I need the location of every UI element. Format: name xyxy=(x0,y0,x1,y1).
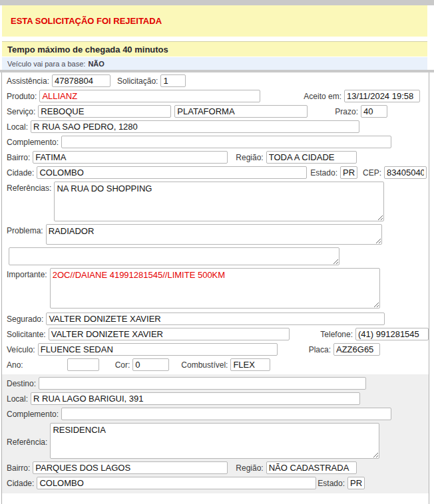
row-local-origem: Local: xyxy=(2,120,429,133)
placa-group: Placa: xyxy=(309,343,380,356)
servico-tipo-input[interactable] xyxy=(174,105,308,118)
cep-input[interactable] xyxy=(384,166,427,179)
complemento-destino-label: Complemento: xyxy=(7,410,59,419)
complemento-origem-input[interactable] xyxy=(61,136,391,148)
cor-label: Cor: xyxy=(115,360,130,370)
prazo-input[interactable] xyxy=(361,105,387,118)
segurado-input[interactable] xyxy=(46,313,385,325)
produto-input[interactable] xyxy=(39,90,260,102)
row-destino: Destino: xyxy=(2,377,429,390)
segurado-label: Segurado: xyxy=(7,315,43,324)
referencias-label: Referências: xyxy=(7,182,51,193)
estado-origem-label: Estado: xyxy=(310,168,337,178)
base-value: NÃO xyxy=(88,60,104,68)
bairro-origem-label: Bairro: xyxy=(7,153,30,162)
servico-label: Serviço: xyxy=(7,107,35,116)
cidade-destino-label: Cidade: xyxy=(7,479,34,488)
destino-label: Destino: xyxy=(7,379,36,388)
destination-section: Destino: Local: Complemento: Referência:… xyxy=(2,374,429,493)
cidade-destino-input[interactable] xyxy=(37,477,316,489)
row-produto: Produto: Aceito em: xyxy=(2,90,429,102)
rejected-banner: ESTA SOLICITAÇÃO FOI REJEITADA xyxy=(2,5,427,37)
prazo-group: Prazo: xyxy=(335,105,387,118)
ano-label: Ano: xyxy=(7,360,23,370)
destino-input[interactable] xyxy=(39,377,366,390)
aceito-em-input[interactable] xyxy=(344,90,420,102)
regiao-origem-label: Região: xyxy=(236,153,263,162)
referencias-textarea[interactable] xyxy=(54,182,384,221)
row-complemento-destino: Complemento: xyxy=(2,408,429,420)
row-complemento-origem: Complemento: xyxy=(2,136,429,148)
cidade-origem-input[interactable] xyxy=(37,166,307,179)
regiao-destino-input[interactable] xyxy=(266,461,357,474)
complemento-destino-input[interactable] xyxy=(61,408,391,420)
row-problema-obs xyxy=(2,247,429,265)
assistencia-label: Assistência: xyxy=(7,76,49,86)
veiculo-label: Veículo: xyxy=(7,345,35,354)
rejected-banner-text: ESTA SOLICITAÇÃO FOI REJEITADA xyxy=(11,16,162,26)
local-destino-input[interactable] xyxy=(31,392,360,405)
row-problema: Problema: xyxy=(2,224,429,245)
telefone-group: Telefone: xyxy=(320,328,429,340)
veiculo-input[interactable] xyxy=(38,343,278,356)
local-origem-input[interactable] xyxy=(31,120,359,133)
bairro-origem-input[interactable] xyxy=(33,151,228,164)
row-referencia-destino: Referência: xyxy=(2,423,429,459)
base-label: Veículo vai para a base: xyxy=(7,60,85,68)
row-servico: Serviço: Prazo: xyxy=(2,105,429,118)
row-importante: Importante: xyxy=(2,268,429,309)
assistencia-input[interactable] xyxy=(52,74,110,87)
problema-label: Problema: xyxy=(7,224,43,235)
row-cidade-destino: Cidade: Estado: xyxy=(2,477,429,489)
row-segurado: Segurado: xyxy=(2,313,429,325)
row-bairro-destino: Bairro: Região: xyxy=(2,461,429,474)
local-destino-label: Local: xyxy=(7,394,28,404)
local-origem-label: Local: xyxy=(7,122,28,132)
row-solicitante: Solicitante: Telefone: xyxy=(2,328,429,340)
telefone-input[interactable] xyxy=(355,328,429,340)
solicitacao-label: Solicitação: xyxy=(117,76,158,86)
produto-label: Produto: xyxy=(7,92,37,101)
tempo-maximo-text: Tempo máximo de chegada 40 minutos xyxy=(7,45,168,55)
row-referencias: Referências: xyxy=(2,182,429,221)
importante-textarea[interactable] xyxy=(50,268,380,309)
cor-input[interactable] xyxy=(132,358,169,371)
estado-destino-group: Estado: xyxy=(318,477,365,489)
estado-destino-label: Estado: xyxy=(318,479,345,488)
aceito-group: Aceito em: xyxy=(304,90,420,102)
referencia-destino-textarea[interactable] xyxy=(50,423,379,459)
row-ano-cor-combustivel: Ano: Cor: Combustível: xyxy=(2,358,429,371)
request-form: Assistência: Solicitação: Produto: Aceit… xyxy=(1,72,429,504)
prazo-label: Prazo: xyxy=(335,107,358,116)
combustivel-input[interactable] xyxy=(230,358,270,371)
solicitacao-input[interactable] xyxy=(160,74,186,87)
cep-label: CEP: xyxy=(363,168,381,178)
bairro-destino-input[interactable] xyxy=(33,461,228,474)
solicitante-label: Solicitante: xyxy=(7,330,46,339)
combustivel-label: Combustível: xyxy=(181,360,228,370)
complemento-origem-label: Complemento: xyxy=(7,138,59,147)
telefone-label: Telefone: xyxy=(320,330,353,339)
ano-input[interactable] xyxy=(67,358,99,371)
estado-origem-input[interactable] xyxy=(340,166,357,179)
aceito-em-label: Aceito em: xyxy=(304,92,341,101)
referencia-destino-label: Referência: xyxy=(7,436,47,447)
row-assistencia: Assistência: Solicitação: xyxy=(2,74,429,87)
problema-textarea[interactable] xyxy=(46,224,382,245)
regiao-destino-label: Região: xyxy=(236,463,263,473)
banner-gap xyxy=(2,37,427,41)
row-bairro-origem: Bairro: Região: xyxy=(2,151,429,164)
problema-obs-textarea[interactable] xyxy=(9,247,339,265)
cidade-origem-label: Cidade: xyxy=(7,168,34,178)
base-banner: Veículo vai para a base: NÃO xyxy=(2,57,427,70)
servico-input[interactable] xyxy=(38,105,171,118)
estado-destino-input[interactable] xyxy=(347,477,365,489)
tempo-maximo-banner: Tempo máximo de chegada 40 minutos xyxy=(2,41,427,57)
placa-input[interactable] xyxy=(333,343,380,356)
regiao-origem-input[interactable] xyxy=(266,151,357,164)
banner-area: ESTA SOLICITAÇÃO FOI REJEITADA Tempo máx… xyxy=(2,5,427,70)
estado-cep-group: Estado: CEP: xyxy=(310,166,427,179)
placa-label: Placa: xyxy=(309,345,331,354)
window-top-strip xyxy=(0,0,434,5)
solicitante-input[interactable] xyxy=(49,328,290,340)
